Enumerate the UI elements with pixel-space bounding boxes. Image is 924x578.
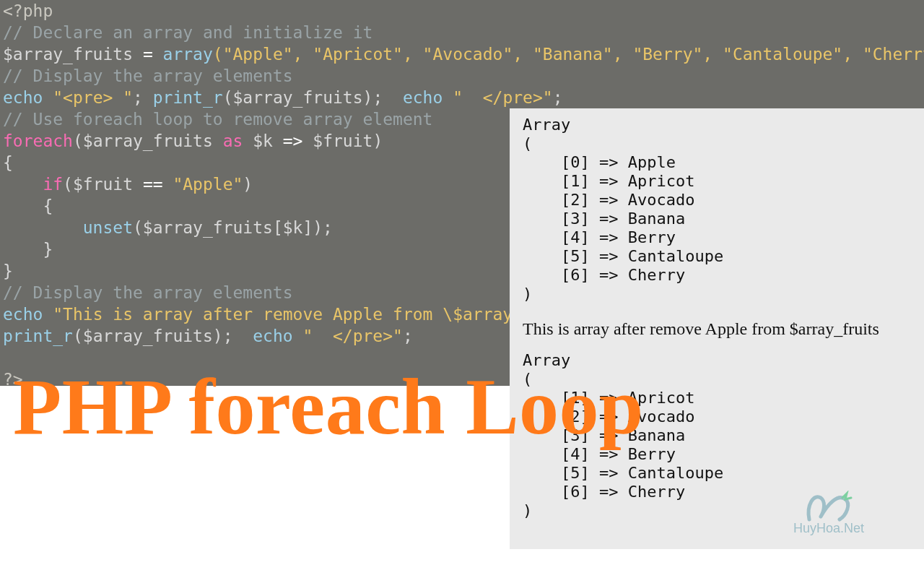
code-line: // Declare an array and initialize it (3, 23, 372, 42)
output-array1-item: [1] => Apricot (523, 172, 911, 191)
code-line: { (3, 197, 53, 215)
output-panel: Array ( [0] => Apple [1] => Apricot [2] … (510, 108, 924, 549)
output-array2-item: [5] => Cantaloupe (523, 464, 911, 483)
output-array1-item: [2] => Avocado (523, 191, 911, 210)
watermark-text: HuyHoa.Net (785, 521, 872, 536)
code-line: // Display the array elements (3, 283, 293, 302)
code-line: unset($array_fruits[$k]); (3, 218, 333, 237)
code-line: } (3, 240, 53, 259)
output-array1-header: Array (523, 116, 911, 134)
output-array1-item: [4] => Berry (523, 228, 911, 247)
code-line: foreach($array_fruits as $k => $fruit) (3, 131, 383, 150)
output-between-text: This is array after remove Apple from $a… (523, 319, 911, 338)
output-array1-close: ) (523, 285, 911, 303)
code-line: // Use foreach loop to remove array elem… (3, 110, 432, 129)
output-array1-open: ( (523, 134, 911, 153)
output-array1-item: [0] => Apple (523, 153, 911, 172)
code-line: $array_fruits = array("Apple", "Apricot"… (3, 45, 924, 64)
code-line: if($fruit == "Apple") (3, 175, 253, 194)
page-title: PHP foreach Loop (13, 367, 644, 447)
code-line: echo "<pre> "; print_r($array_fruits); e… (3, 88, 563, 107)
watermark-icon (803, 491, 854, 524)
code-line: // Display the array elements (3, 66, 293, 85)
code-line: <?php (3, 1, 53, 20)
code-line: { (3, 153, 13, 172)
output-array1-item: [3] => Banana (523, 210, 911, 228)
code-line: print_r($array_fruits); echo " </pre>"; (3, 327, 413, 345)
output-array1-item: [6] => Cherry (523, 266, 911, 285)
code-line: } (3, 262, 13, 280)
watermark: HuyHoa.Net (785, 491, 872, 536)
output-array1-item: [5] => Cantaloupe (523, 247, 911, 266)
